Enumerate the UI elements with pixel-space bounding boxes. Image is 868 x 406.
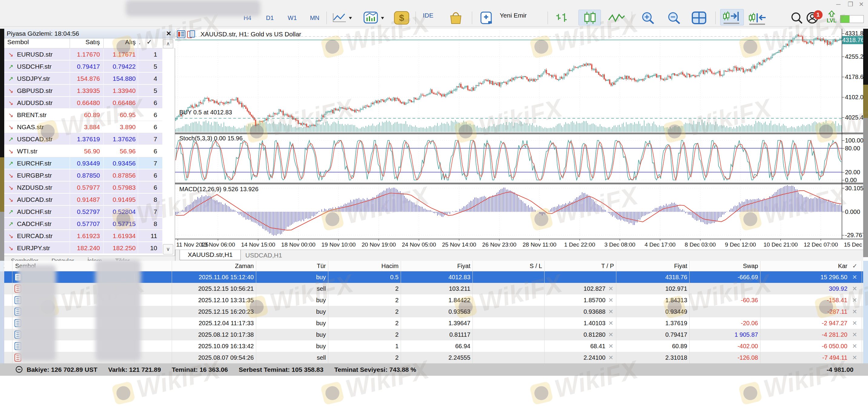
ask-value: 0.52804	[101, 206, 136, 217]
close-position-icon[interactable]: ✕	[851, 352, 858, 363]
shift-end-button[interactable]	[720, 9, 744, 25]
line-type-icon[interactable]	[606, 11, 626, 25]
chart-canvas[interactable]	[175, 29, 863, 249]
close-position-icon[interactable]: ✕	[851, 271, 858, 283]
market-watch-row[interactable]: ↗USDJPY.str154.876154.8804	[4, 73, 162, 85]
spread-value: 10	[139, 242, 157, 253]
new-order-button[interactable]: Yeni Emir	[500, 8, 542, 23]
market-watch-row[interactable]: ↘EURCAD.str1.619231.6193411	[4, 230, 162, 242]
line-chart-type-icon[interactable]	[332, 11, 353, 25]
desktop-edge	[0, 157, 4, 212]
scroll-up-icon[interactable]: ∧	[163, 39, 173, 48]
ide-button[interactable]: IDE	[423, 8, 442, 23]
close-position-icon[interactable]: ✕	[851, 329, 858, 340]
free-margin-label: Serbest Teminat: 105 358.83	[239, 363, 323, 376]
level-indicator[interactable]: LVL	[825, 10, 838, 23]
tp-value: 0.93688	[515, 306, 606, 317]
market-watch-row[interactable]: ↘NZDUSD.str0.579770.579836	[4, 181, 162, 194]
column-divider	[256, 261, 256, 363]
bid-value: 3.884	[46, 121, 100, 133]
wikifx-logo-icon	[320, 381, 344, 405]
dollar-icon[interactable]: $	[394, 11, 410, 25]
market-watch-row[interactable]: ↘AUDUSD.str0.664800.664866	[4, 97, 162, 109]
market-watch-row[interactable]: ↘GBPUSD.str1.339351.339405	[4, 85, 162, 97]
chart-tab-bar: XAUUSD.str,H1USDCAD,H1	[175, 249, 863, 261]
market-watch-row[interactable]: ↗USDCHF.str0.794170.794225	[4, 61, 162, 73]
indicators-icon[interactable]	[363, 11, 386, 25]
collapse-icon[interactable]: −	[16, 366, 23, 373]
market-watch-row[interactable]: ↘WTI.str56.9056.966	[4, 145, 162, 157]
swap-value: -60.36	[667, 294, 758, 306]
bid-value: 0.66480	[46, 97, 100, 108]
close-icon[interactable]: ✕	[857, 1, 866, 8]
tile-windows-icon[interactable]	[690, 11, 711, 25]
close-position-icon[interactable]: ✕	[851, 294, 858, 306]
scroll-down-icon[interactable]: ∨	[163, 244, 173, 255]
column-divider	[760, 261, 761, 363]
column-header-dot: .	[139, 38, 145, 48]
market-watch-row[interactable]: ↗CADCHF.str0.577070.577158	[4, 218, 162, 230]
swap-value: -126.08	[667, 352, 758, 363]
market-bag-icon[interactable]	[447, 11, 465, 25]
spread-value: 7	[139, 206, 157, 217]
chart-tab-2[interactable]: USDCAD,H1	[238, 250, 290, 261]
column-divider	[12, 261, 12, 363]
timeframe-button-mn[interactable]: MN	[306, 13, 323, 23]
market-watch-row[interactable]: ↗AUDCHF.str0.527970.528047	[4, 206, 162, 218]
market-watch-row[interactable]: ↘EURUSD.str1.176701.176711	[4, 48, 162, 61]
spread-value: 6	[139, 181, 157, 193]
desktop-edge	[863, 118, 868, 257]
candlestick-type-button[interactable]	[579, 10, 601, 25]
bid-value: 56.90	[46, 145, 100, 157]
market-watch-row[interactable]: ↗USDCAD.str1.376191.376267	[4, 133, 162, 145]
axis-tick	[842, 172, 844, 172]
trade-panel-scrollbar[interactable]	[863, 261, 868, 376]
close-position-icon[interactable]: ✕	[851, 283, 858, 294]
axis-tick	[842, 235, 844, 235]
market-watch-row[interactable]: ↘AUDCAD.str0.914870.914958	[4, 194, 162, 206]
account-summary: Bakiye: 126 702.89 UST Varlık: 121 721.8…	[27, 363, 425, 376]
timeframe-button-d1[interactable]: D1	[261, 13, 279, 23]
ask-value: 3.890	[101, 121, 136, 133]
market-watch-header[interactable]: SembolSatışAlış.✓	[4, 38, 175, 48]
arrow-down-icon: ↘	[7, 85, 15, 96]
desktop-edge	[0, 29, 4, 157]
close-position-icon[interactable]: ✕	[851, 340, 858, 352]
profit-value: 15 296.50	[756, 271, 847, 283]
scroll-to-end-icon[interactable]	[746, 11, 771, 25]
timeframe-button-w1[interactable]: W1	[283, 13, 301, 23]
close-position-icon[interactable]: ✕	[851, 317, 858, 329]
market-watch-row[interactable]: ↘EURGBP.str0.878500.878566	[4, 169, 162, 181]
chart-tab-1[interactable]: XAUUSD.str,H1	[180, 250, 241, 260]
market-watch-close-icon[interactable]: ✕	[164, 29, 173, 38]
wikifx-eagle-icon	[533, 384, 550, 402]
zoom-in-icon[interactable]	[639, 11, 660, 25]
column-divider	[544, 261, 545, 363]
column-divider	[689, 261, 690, 363]
zoom-out-icon[interactable]	[665, 11, 686, 25]
ask-value: 1.37626	[101, 133, 136, 145]
equity-label: Varlık: 121 721.89	[108, 363, 161, 376]
column-divider	[70, 48, 70, 254]
column-divider	[138, 48, 138, 254]
censored-region	[126, 0, 260, 16]
new-order-icon[interactable]	[480, 11, 495, 25]
maximize-icon[interactable]: ❐	[845, 1, 855, 8]
market-watch-row[interactable]: ↗EURCHF.str0.934490.934567	[4, 157, 162, 169]
balance-label: Bakiye: 126 702.89 UST	[27, 363, 97, 376]
minimize-icon[interactable]: ─	[834, 1, 843, 8]
market-watch-row[interactable]: ↘EURJPY.str182.240182.25010	[4, 242, 162, 254]
ask-value: 0.93456	[101, 157, 136, 169]
bar-chart-type-icon[interactable]	[554, 11, 574, 25]
spread-value: 7	[139, 133, 157, 145]
market-watch-row[interactable]: ↘NGAS.str3.8843.8906	[4, 121, 162, 133]
ask-value: 1.33940	[101, 85, 136, 96]
floating-profit-value: -4 981.00	[827, 363, 854, 376]
market-watch-row[interactable]: ↘BRENT.str60.8960.956	[4, 109, 162, 121]
desktop-edge	[863, 29, 868, 85]
close-position-icon[interactable]: ✕	[851, 306, 858, 317]
spread-value: 6	[139, 121, 157, 133]
spread-value: 4	[139, 73, 157, 84]
search-icon[interactable]	[789, 11, 804, 25]
level-progress-fill	[840, 15, 849, 23]
